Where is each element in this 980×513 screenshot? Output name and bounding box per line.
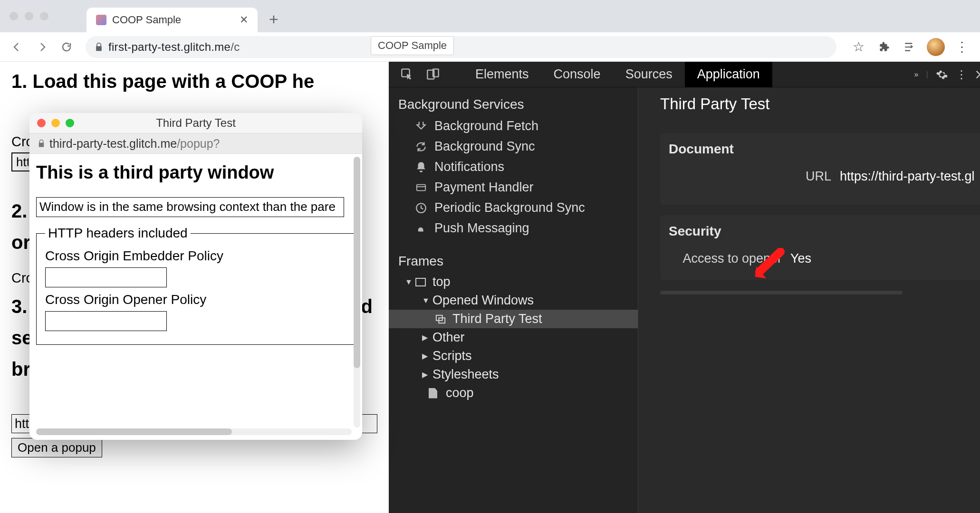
- frames-file-coop[interactable]: coop: [389, 384, 638, 402]
- popup-headers-fieldset: HTTP headers included Cross Origin Embed…: [36, 226, 355, 345]
- page-title-tooltip: COOP Sample: [371, 36, 454, 55]
- disclosure-triangle-icon[interactable]: ▼: [422, 296, 429, 305]
- document-heading: Document: [660, 133, 980, 167]
- tab-sources[interactable]: Sources: [613, 62, 685, 87]
- toolbar: first-party-test.glitch.me/c COOP Sample…: [0, 32, 980, 62]
- coop-input[interactable]: [45, 311, 167, 331]
- tab-application[interactable]: Application: [685, 62, 772, 87]
- disclosure-triangle-icon[interactable]: ▼: [405, 278, 412, 286]
- device-toolbar-icon[interactable]: [423, 65, 443, 85]
- extensions-icon[interactable]: [875, 38, 893, 56]
- window-traffic-lights: [10, 12, 48, 20]
- bookmark-star-icon[interactable]: ☆: [850, 38, 867, 56]
- inspect-element-icon[interactable]: [397, 65, 417, 85]
- profile-avatar[interactable]: [927, 38, 945, 56]
- popup-minimize-icon[interactable]: [51, 119, 60, 127]
- frames-scripts[interactable]: ▶ Scripts: [389, 347, 638, 365]
- frame-icon: [415, 278, 426, 286]
- disclosure-triangle-icon[interactable]: ▶: [422, 333, 429, 342]
- window-minimize-icon[interactable]: [25, 12, 33, 20]
- browser-tab[interactable]: COOP Sample ✕: [86, 8, 258, 32]
- lock-icon: [37, 139, 46, 148]
- devtools-tabbar: Elements Console Sources Application » |…: [389, 62, 980, 87]
- frames-opened-windows[interactable]: ▼ Opened Windows: [389, 291, 638, 310]
- open-popup-button[interactable]: Open a popup: [11, 438, 102, 457]
- security-heading: Security: [660, 215, 980, 249]
- sidebar-item-payment-handler[interactable]: Payment Handler: [389, 177, 638, 198]
- popup-horizontal-scrollbar[interactable]: [36, 428, 352, 435]
- access-to-opener-row: Access to opener Yes: [660, 249, 980, 268]
- window-zoom-icon[interactable]: [40, 12, 48, 20]
- chrome-menu-icon[interactable]: ⋮: [953, 38, 970, 56]
- browser-chrome: COOP Sample ✕ + first-party-test.glitch.…: [0, 0, 980, 62]
- tab-elements[interactable]: Elements: [463, 62, 541, 87]
- address-bar[interactable]: first-party-test.glitch.me/c COOP Sample: [86, 36, 836, 58]
- popup-url-text: third-party-test.glitch.me/popup?: [49, 137, 220, 151]
- devtools-panel: Elements Console Sources Application » |…: [389, 62, 980, 513]
- coop-label: Cross Origin Opener Policy: [45, 292, 346, 307]
- popup-legend: HTTP headers included: [45, 226, 191, 241]
- security-card: Security Access to opener Yes: [660, 215, 980, 280]
- devtools-close-icon[interactable]: [975, 69, 980, 80]
- opener-value: Yes: [790, 251, 811, 266]
- page-heading-1: 1. Load this page with a COOP he: [11, 70, 377, 92]
- sidebar-item-notifications[interactable]: Notifications: [389, 157, 638, 177]
- popup-heading: This is a third party window: [36, 162, 355, 183]
- file-icon: [429, 388, 437, 399]
- sidebar-section-frames: Frames: [389, 250, 638, 273]
- frames-stylesheets[interactable]: ▶ Stylesheets: [389, 365, 638, 384]
- url-key: URL: [717, 169, 831, 184]
- popup-zoom-icon[interactable]: [66, 119, 74, 127]
- more-tabs-icon[interactable]: »: [914, 70, 919, 79]
- application-detail-pane: Third Party Test Document URL https://th…: [638, 87, 980, 513]
- url-text: first-party-test.glitch.me/c: [108, 40, 240, 54]
- popup-vertical-scrollbar[interactable]: [354, 157, 360, 428]
- devtools-menu-icon[interactable]: ⋮: [956, 68, 967, 81]
- forward-button[interactable]: [30, 36, 53, 58]
- sidebar-item-background-sync[interactable]: Background Sync: [389, 136, 638, 157]
- tab-close-icon[interactable]: ✕: [240, 14, 248, 26]
- popup-addressbar[interactable]: third-party-test.glitch.me/popup?: [29, 133, 362, 154]
- back-button[interactable]: [6, 36, 29, 58]
- lock-icon: [94, 42, 104, 52]
- popup-title: Third Party Test: [156, 116, 236, 130]
- coep-label: Cross Origin Embedder Policy: [45, 248, 346, 264]
- window-icon: [434, 314, 447, 324]
- url-value: https://third-party-test.gl: [840, 169, 975, 184]
- popup-window: Third Party Test third-party-test.glitch…: [29, 113, 362, 440]
- popup-titlebar[interactable]: Third Party Test: [29, 113, 362, 133]
- detail-title: Third Party Test: [660, 95, 980, 113]
- toolbar-right-actions: ☆ ⋮: [850, 38, 970, 56]
- reading-list-icon[interactable]: [901, 38, 918, 56]
- coep-input[interactable]: [45, 267, 167, 287]
- frames-third-party-test[interactable]: Third Party Test: [389, 310, 638, 328]
- sidebar-item-periodic-background-sync[interactable]: Periodic Background Sync: [389, 198, 638, 218]
- disclosure-triangle-icon[interactable]: ▶: [422, 352, 429, 361]
- document-url-row: URL https://third-party-test.gl: [660, 167, 980, 186]
- reload-button[interactable]: [55, 36, 78, 58]
- popup-status: Window is in the same browsing context t…: [36, 197, 344, 217]
- document-card: Document URL https://third-party-test.gl: [660, 133, 980, 205]
- new-tab-button[interactable]: +: [269, 10, 279, 28]
- favicon-icon: [96, 15, 106, 25]
- frames-top[interactable]: ▼ top: [389, 273, 638, 291]
- popup-close-icon[interactable]: [37, 119, 46, 127]
- tab-strip: COOP Sample ✕ +: [0, 0, 980, 32]
- application-sidebar[interactable]: Background Services Background Fetch Bac…: [389, 87, 638, 513]
- devtools-settings-icon[interactable]: [936, 68, 948, 81]
- frames-other[interactable]: ▶ Other: [389, 328, 638, 347]
- annotation-arrow-icon: [753, 248, 786, 281]
- popup-body: This is a third party window Window is i…: [29, 154, 362, 440]
- svg-rect-3: [417, 184, 425, 190]
- sidebar-item-background-fetch[interactable]: Background Fetch: [389, 116, 638, 136]
- disclosure-triangle-icon[interactable]: ▶: [422, 370, 429, 379]
- sidebar-item-push-messaging[interactable]: Push Messaging: [389, 218, 638, 238]
- tab-console[interactable]: Console: [541, 62, 613, 87]
- window-close-icon[interactable]: [10, 12, 18, 20]
- sidebar-section-background-services: Background Services: [389, 93, 638, 116]
- tab-title: COOP Sample: [112, 14, 181, 26]
